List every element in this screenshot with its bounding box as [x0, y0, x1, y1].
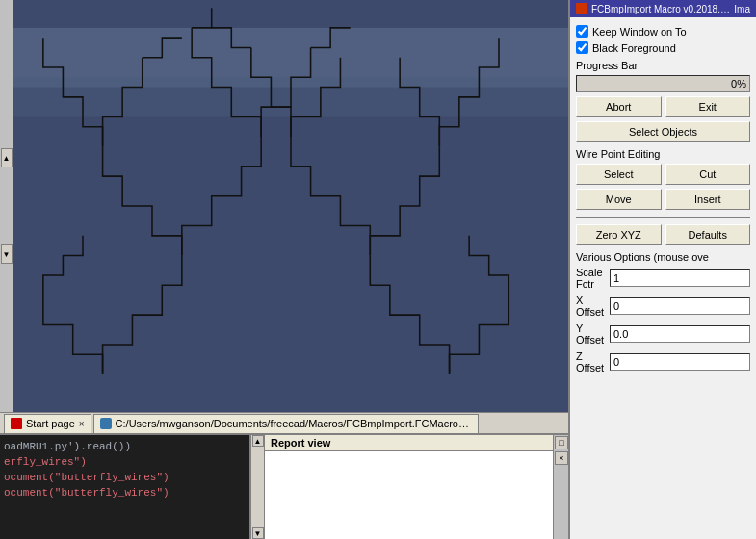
minimize-bottom-button[interactable]: □ [555, 436, 568, 449]
move-insert-row: Move Insert [576, 189, 750, 210]
select-objects-button[interactable]: Select Objects [576, 121, 750, 142]
various-options-label: Various Options (mouse ove [576, 251, 750, 263]
scrollbar-down[interactable]: ▼ [252, 527, 264, 539]
zero-xyz-button[interactable]: Zero XYZ [576, 224, 662, 245]
fc-tab-icon [11, 418, 22, 429]
progress-row: 0% [576, 75, 750, 92]
canvas-area: ▲ ▼ [0, 0, 568, 539]
cut-button[interactable]: Cut [665, 164, 751, 185]
scrollbar-up[interactable]: ▲ [252, 435, 264, 447]
code-line-1: oadMRU1.py').read()) [4, 439, 246, 454]
code-line-4: ocument("butterfly_wires") [4, 485, 246, 500]
code-scrollbar[interactable]: ▲ ▼ [250, 435, 264, 539]
keep-window-label: Keep Window on To [592, 26, 687, 38]
black-fg-checkbox[interactable] [576, 41, 588, 54]
black-fg-row: Black Foreground [576, 41, 750, 54]
keep-window-checkbox[interactable] [576, 25, 588, 38]
macro-dialog: FCBmpImport Macro v0.2018.06. Ima Keep W… [568, 0, 756, 539]
z-offset-row: Z Offset [576, 350, 750, 373]
scale-fctr-label: Scale Fctr [576, 267, 606, 290]
tab-start-page-label: Start page [26, 418, 75, 429]
y-offset-label: Y Offset [576, 322, 606, 346]
report-header-label: Report view [265, 435, 553, 451]
insert-button[interactable]: Insert [665, 189, 751, 210]
canvas-svg [13, 0, 568, 412]
y-offset-row: Y Offset [576, 322, 750, 346]
x-offset-row: X Offset [576, 295, 750, 318]
code-panel: oadMRU1.py').read()) erfly_wires") ocume… [0, 435, 250, 539]
bottom-pane: oadMRU1.py').read()) erfly_wires") ocume… [0, 433, 568, 539]
z-offset-input[interactable] [610, 353, 750, 371]
bottom-panel-controls: □ × [553, 435, 568, 539]
defaults-button[interactable]: Defaults [665, 224, 751, 245]
zero-defaults-row: Zero XYZ Defaults [576, 224, 750, 245]
left-nav-panel: ▲ ▼ [0, 0, 13, 412]
progress-bar: 0% [576, 75, 750, 92]
select-cut-row: Select Cut [576, 164, 750, 185]
main-container: ▲ ▼ [0, 0, 756, 539]
scale-fctr-input[interactable] [610, 270, 750, 287]
abort-button[interactable]: Abort [576, 96, 662, 117]
scroll-down-button[interactable]: ▼ [1, 244, 13, 264]
x-offset-label: X Offset [576, 295, 606, 318]
scroll-up-button[interactable]: ▲ [1, 148, 13, 167]
wire-point-label: Wire Point Editing [576, 148, 750, 160]
tab-editor-label: C:/Users/mwganson/Documents/freecad/Macr… [116, 418, 472, 429]
dialog-icon [576, 3, 587, 14]
tab-start-page-close[interactable]: × [79, 419, 85, 429]
move-button[interactable]: Move [576, 189, 662, 210]
abort-exit-row: Abort Exit [576, 96, 750, 117]
exit-button[interactable]: Exit [665, 96, 751, 117]
close-bottom-button[interactable]: × [555, 451, 568, 465]
code-line-2: erfly_wires") [4, 454, 246, 470]
code-line-3: ocument("butterfly_wires") [4, 470, 246, 485]
py-tab-icon [100, 418, 112, 429]
z-offset-label: Z Offset [576, 350, 606, 373]
keep-window-row: Keep Window on To [576, 25, 750, 38]
canvas-viewport [13, 0, 568, 412]
x-offset-input[interactable] [610, 297, 750, 315]
dialog-ima-label: Ima [734, 4, 750, 14]
report-content [265, 451, 553, 539]
report-panel: Report view [264, 435, 553, 539]
scale-fctr-row: Scale Fctr [576, 267, 750, 290]
dialog-title-text: FCBmpImport Macro v0.2018.06. [591, 4, 730, 14]
dialog-title-bar: FCBmpImport Macro v0.2018.06. Ima [570, 0, 756, 17]
y-offset-input[interactable] [610, 325, 750, 343]
progress-percent: 0% [731, 78, 746, 90]
bottom-tab-bar: Start page × C:/Users/mwganson/Documents… [0, 412, 568, 433]
divider-1 [576, 217, 750, 218]
black-fg-label: Black Foreground [592, 42, 676, 54]
progress-section-label: Progress Bar [576, 60, 750, 71]
tab-editor[interactable]: C:/Users/mwganson/Documents/freecad/Macr… [93, 414, 479, 433]
tab-start-page[interactable]: Start page × [4, 414, 91, 433]
select-button[interactable]: Select [576, 164, 662, 185]
